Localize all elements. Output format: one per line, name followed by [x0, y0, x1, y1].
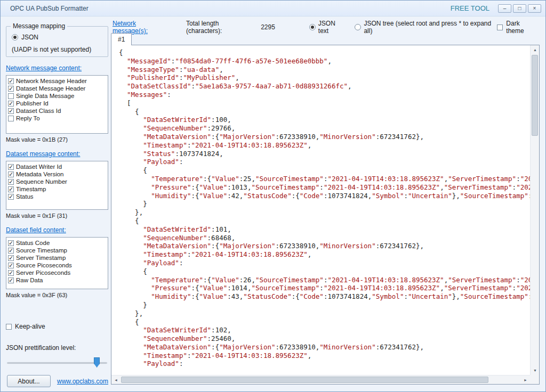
checkbox-icon[interactable]: [8, 78, 14, 84]
checkbox-item[interactable]: Raw Data: [6, 276, 108, 284]
dataset-message-content-link[interactable]: Dataset message content:: [6, 150, 80, 158]
dark-theme-label: Dark theme: [506, 20, 538, 35]
checkbox-icon[interactable]: [8, 194, 14, 200]
checkbox-label: Source Picoseconds: [16, 262, 72, 268]
checkbox-item[interactable]: Network Message Header: [6, 77, 108, 85]
checkbox-icon[interactable]: [8, 255, 14, 261]
checkbox-label: Server Picoseconds: [16, 270, 70, 276]
checkbox-item[interactable]: Dataset Message Header: [6, 85, 108, 92]
checkbox-item[interactable]: Source Timestamp: [6, 247, 108, 254]
scroll-down-icon[interactable]: ▼: [531, 366, 540, 375]
about-button-label: About...: [18, 378, 39, 385]
title-bar[interactable]: OPC UA PubSub Formatter FREE TOOL – □ ×: [1, 1, 545, 17]
checkbox-icon[interactable]: [8, 186, 14, 192]
dark-theme-checkbox[interactable]: Dark theme: [497, 20, 538, 35]
radio-label: JSON: [21, 34, 38, 41]
maximize-icon: □: [518, 6, 521, 11]
vertical-scrollbar[interactable]: ▲ ▼: [530, 45, 539, 375]
dataset-message-mask-value: Mask value = 0x1F (31): [6, 213, 108, 219]
network-message-content-list[interactable]: Network Message Header Dataset Message H…: [6, 75, 108, 134]
close-icon: ×: [533, 6, 536, 11]
checkbox-label: Timestamp: [16, 186, 46, 192]
checkbox-item[interactable]: Server Picoseconds: [6, 269, 108, 276]
network-message-content-link[interactable]: Network message content:: [6, 64, 82, 72]
scroll-right-icon[interactable]: ►: [521, 375, 530, 385]
checkbox-item[interactable]: Reply To: [6, 115, 108, 122]
checkbox-icon[interactable]: [8, 248, 14, 254]
total-length-label: Total length (characters):: [186, 20, 254, 35]
slider-track[interactable]: [7, 362, 107, 364]
checkbox-item[interactable]: Timestamp: [6, 185, 108, 193]
checkbox-item[interactable]: Source Picoseconds: [6, 262, 108, 269]
view-option-json-tree[interactable]: JSON tree (select root and press * to ex…: [355, 20, 497, 35]
slider-thumb[interactable]: [94, 357, 100, 368]
scroll-up-icon[interactable]: ▲: [531, 45, 540, 54]
checkbox-icon[interactable]: [8, 172, 14, 177]
checkbox-label: Dataset Class Id: [16, 108, 61, 114]
vertical-scrollbar-thumb[interactable]: [532, 55, 538, 136]
checkbox-icon[interactable]: [8, 277, 14, 283]
network-mask-value: Mask value = 0x1B (27): [6, 136, 108, 143]
total-length-value: 2295: [261, 23, 275, 31]
checkbox-label: Dataset Message Header: [16, 85, 85, 92]
checkbox-icon[interactable]: [6, 324, 12, 330]
radio-icon[interactable]: [355, 24, 361, 30]
json-text-view[interactable]: { "MessageId":"f0854da0-77ff-47f6-a57e-5…: [111, 45, 530, 375]
minimize-icon: –: [503, 6, 507, 11]
radio-icon[interactable]: [309, 24, 316, 30]
network-messages-link[interactable]: Network message(s):: [113, 20, 171, 35]
prettification-label: JSON prettification level:: [6, 344, 108, 352]
checkbox-icon[interactable]: [8, 263, 14, 268]
radio-icon[interactable]: [12, 34, 18, 40]
checkbox-icon[interactable]: [497, 24, 503, 30]
checkbox-label: Reply To: [16, 115, 40, 121]
dataset-field-content-link[interactable]: Dataset field content:: [6, 226, 66, 234]
view-option-json-text[interactable]: JSON text: [309, 20, 347, 35]
dataset-field-content-list[interactable]: Status Code Source Timestamp Server Time…: [6, 237, 108, 289]
mapping-option-json[interactable]: JSON: [12, 34, 108, 41]
checkbox-item[interactable]: Dataset Class Id: [6, 107, 108, 115]
checkbox-item[interactable]: Single Data Message: [6, 92, 108, 100]
json-text-panel: { "MessageId":"f0854da0-77ff-47f6-a57e-5…: [111, 45, 540, 385]
checkbox-icon[interactable]: [8, 164, 14, 170]
checkbox-icon[interactable]: [8, 270, 14, 276]
prettification-slider[interactable]: [6, 356, 108, 370]
checkbox-item[interactable]: Dataset Writer Id: [6, 163, 108, 170]
checkbox-icon[interactable]: [8, 93, 14, 99]
minimize-button[interactable]: –: [498, 4, 511, 13]
scroll-left-icon[interactable]: ◄: [111, 375, 121, 385]
checkbox-label: Network Message Header: [16, 78, 87, 84]
checkbox-icon[interactable]: [8, 240, 14, 246]
scrollbar-corner: [530, 375, 539, 384]
horizontal-scrollbar-thumb[interactable]: [121, 377, 488, 383]
checkbox-label: Dataset Writer Id: [16, 164, 62, 170]
checkbox-label: Server Timestamp: [16, 255, 66, 261]
checkbox-icon[interactable]: [8, 86, 14, 92]
message-mapping-group: Message mapping JSON (UADP is not yet su…: [6, 26, 108, 57]
close-button[interactable]: ×: [528, 4, 541, 13]
checkbox-icon[interactable]: [8, 179, 14, 185]
checkbox-item[interactable]: Server Timestamp: [6, 254, 108, 262]
tab-label: #1: [118, 36, 125, 43]
maximize-button[interactable]: □: [513, 4, 526, 13]
radio-label: JSON text: [318, 20, 347, 35]
checkbox-icon[interactable]: [8, 101, 14, 107]
checkbox-item[interactable]: Status Code: [6, 239, 108, 247]
main-toolbar: Network message(s): Total length (charac…: [113, 23, 538, 31]
about-button[interactable]: About...: [7, 375, 51, 387]
horizontal-scrollbar[interactable]: ◄ ►: [111, 375, 530, 384]
checkbox-icon[interactable]: [8, 116, 14, 121]
checkbox-icon[interactable]: [8, 108, 14, 114]
opclabs-website-link[interactable]: www.opclabs.com: [57, 378, 108, 385]
checkbox-item[interactable]: Metadata Version: [6, 170, 108, 178]
checkbox-label: Sequence Number: [16, 178, 67, 185]
checkbox-item[interactable]: Publisher Id: [6, 100, 108, 107]
checkbox-item[interactable]: Sequence Number: [6, 178, 108, 185]
dataset-message-content-list[interactable]: Dataset Writer Id Metadata Version Seque…: [6, 161, 108, 210]
checkbox-label: Source Timestamp: [16, 247, 67, 254]
window-controls: – □ ×: [498, 4, 541, 13]
keep-alive-checkbox[interactable]: Keep-alive: [6, 323, 108, 330]
uadp-note: (UADP is not yet supported): [12, 46, 108, 53]
tab-message-1[interactable]: #1: [111, 33, 132, 45]
checkbox-item[interactable]: Status: [6, 193, 108, 200]
